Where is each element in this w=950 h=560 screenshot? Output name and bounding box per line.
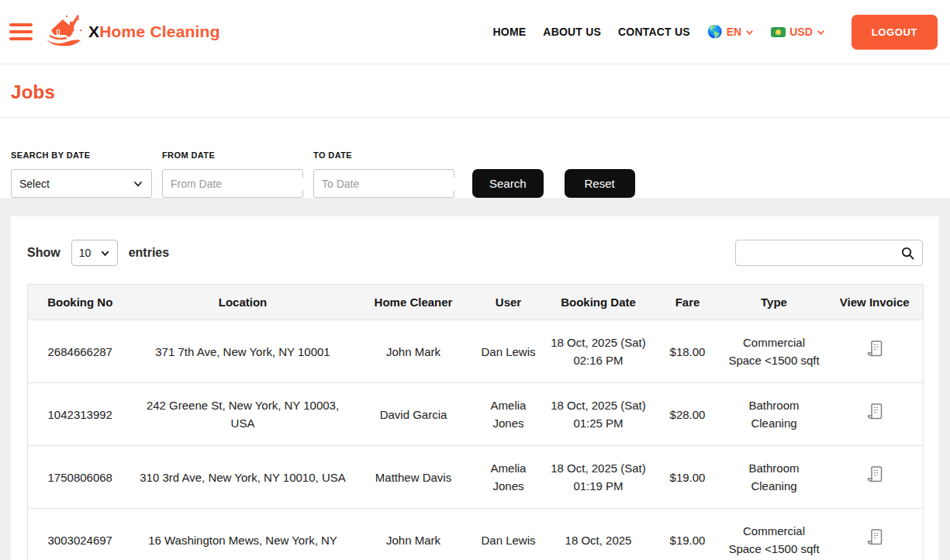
- cell-view-invoice: [827, 383, 924, 446]
- search-by-date-select[interactable]: Select: [11, 169, 152, 198]
- entries-label: entries: [129, 246, 169, 260]
- search-button[interactable]: Search: [472, 169, 544, 198]
- cell-location: 242 Greene St, New York, NY 10003, USA: [133, 383, 354, 446]
- page-size-value: 10: [79, 247, 92, 259]
- cell-home-cleaner: John Mark: [354, 509, 474, 560]
- nav-home[interactable]: HOME: [493, 26, 527, 38]
- cell-booking-no: 2684666287: [28, 320, 133, 383]
- top-header: XHome Cleaning HOME ABOUT US CONTACT US …: [0, 0, 950, 64]
- cell-user: Dan Lewis: [474, 320, 544, 383]
- cell-booking-date: 18 Oct, 2025: [544, 509, 654, 560]
- language-dropdown[interactable]: 🌎 EN: [707, 26, 754, 38]
- chevron-down-icon: [100, 248, 110, 258]
- col-user[interactable]: User: [474, 285, 544, 320]
- filter-to-date: TO DATE: [313, 150, 454, 198]
- cell-type: Bathroom Cleaning: [722, 446, 827, 509]
- cell-booking-date: 18 Oct, 2025 (Sat) 01:19 PM: [544, 446, 654, 509]
- cell-user: Amelia Jones: [474, 383, 544, 446]
- table-row: 1042313992 242 Greene St, New York, NY 1…: [28, 383, 924, 446]
- show-label: Show: [27, 246, 60, 260]
- from-date-field: [162, 169, 303, 198]
- invoice-icon: [865, 527, 884, 548]
- table-row: 1750806068 310 3rd Ave, New York, NY 100…: [28, 446, 924, 509]
- view-invoice-button[interactable]: [865, 339, 884, 361]
- cell-user: Amelia Jones: [474, 446, 544, 509]
- filters-bar: SEARCH BY DATE Select FROM DATE TO DATE: [0, 118, 950, 198]
- cell-booking-date: 18 Oct, 2025 (Sat) 02:16 PM: [544, 320, 654, 383]
- cell-home-cleaner: John Mark: [354, 320, 474, 383]
- menu-hamburger-icon[interactable]: [9, 23, 33, 40]
- cell-view-invoice: [827, 446, 924, 509]
- col-view-invoice[interactable]: View Invoice: [827, 285, 924, 320]
- col-location[interactable]: Location: [133, 285, 354, 320]
- logout-button[interactable]: LOGOUT: [852, 15, 938, 50]
- view-invoice-button[interactable]: [865, 527, 884, 550]
- language-selected: EN: [727, 26, 741, 38]
- cell-location: 16 Washington Mews, New York, NY: [133, 509, 354, 560]
- cell-booking-no: 1042313992: [28, 383, 133, 446]
- cell-booking-no: 3003024697: [28, 509, 133, 560]
- nav-contact-us[interactable]: CONTACT US: [618, 26, 690, 38]
- currency-dropdown[interactable]: USD: [771, 26, 825, 38]
- page-size-select[interactable]: 10: [71, 240, 118, 266]
- table-body: 2684666287 371 7th Ave, New York, NY 100…: [28, 320, 924, 560]
- search-by-date-label: SEARCH BY DATE: [11, 150, 152, 160]
- brand-logo-icon: [43, 12, 84, 52]
- cell-view-invoice: [827, 320, 924, 383]
- invoice-icon: [865, 402, 884, 422]
- jobs-table: Booking No Location Home Cleaner User Bo…: [27, 284, 924, 560]
- cell-fare: $18.00: [654, 320, 722, 383]
- search-by-date-value: Select: [19, 178, 50, 190]
- col-home-cleaner[interactable]: Home Cleaner: [354, 285, 474, 320]
- from-date-input[interactable]: [171, 178, 311, 190]
- invoice-icon: [865, 465, 884, 485]
- cell-location: 371 7th Ave, New York, NY 10001: [133, 320, 354, 383]
- to-date-field: [313, 169, 454, 198]
- cell-booking-date: 18 Oct, 2025 (Sat) 01:25 PM: [544, 383, 654, 446]
- to-date-label: TO DATE: [313, 150, 454, 160]
- table-search-box: [735, 240, 923, 266]
- cell-home-cleaner: Matthew Davis: [354, 446, 474, 509]
- col-booking-date[interactable]: Booking Date: [544, 285, 654, 320]
- cell-type: Commercial Space <1500 sqft: [722, 320, 827, 383]
- brand-logo[interactable]: XHome Cleaning: [43, 12, 220, 52]
- cell-location: 310 3rd Ave, New York, NY 10010, USA: [133, 446, 354, 509]
- col-type[interactable]: Type: [722, 285, 827, 320]
- cell-user: Dan Lewis: [474, 509, 544, 560]
- table-search-input[interactable]: [743, 247, 900, 259]
- filter-search-by-date: SEARCH BY DATE Select: [11, 150, 152, 198]
- view-invoice-button[interactable]: [865, 465, 884, 487]
- cell-fare: $28.00: [654, 383, 722, 446]
- table-row: 3003024697 16 Washington Mews, New York,…: [28, 509, 924, 560]
- col-booking-no[interactable]: Booking No: [28, 285, 133, 320]
- search-icon[interactable]: [900, 246, 915, 261]
- cell-view-invoice: [827, 509, 924, 560]
- cell-booking-no: 1750806068: [28, 446, 133, 509]
- cell-type: Commercial Space <1500 sqft: [722, 509, 827, 560]
- nav-about-us[interactable]: ABOUT US: [543, 26, 601, 38]
- invoice-icon: [865, 339, 884, 359]
- content-area: Show 10 entries Booking No: [0, 198, 950, 560]
- from-date-label: FROM DATE: [162, 150, 303, 160]
- to-date-input[interactable]: [322, 178, 462, 190]
- banknote-icon: [771, 27, 786, 37]
- cell-type: Bathroom Cleaning: [722, 383, 827, 446]
- chevron-down-icon: [817, 28, 825, 36]
- filter-from-date: FROM DATE: [162, 150, 303, 198]
- page-title: Jobs: [11, 81, 939, 103]
- reset-button[interactable]: Reset: [565, 169, 635, 198]
- table-row: 2684666287 371 7th Ave, New York, NY 100…: [28, 320, 924, 383]
- chevron-down-icon: [133, 178, 143, 189]
- title-bar: Jobs: [0, 64, 950, 118]
- currency-selected: USD: [789, 26, 813, 38]
- globe-icon: 🌎: [707, 26, 723, 38]
- view-invoice-button[interactable]: [865, 402, 884, 424]
- cell-home-cleaner: David Garcia: [354, 383, 474, 446]
- col-fare[interactable]: Fare: [654, 285, 722, 320]
- brand-name: XHome Cleaning: [88, 22, 220, 41]
- main-nav: HOME ABOUT US CONTACT US 🌎 EN USD LOGOUT: [493, 15, 938, 50]
- jobs-table-card: Show 10 entries Booking No: [11, 216, 939, 560]
- table-controls: Show 10 entries: [27, 240, 923, 266]
- cell-fare: $19.00: [654, 509, 722, 560]
- table-header-row: Booking No Location Home Cleaner User Bo…: [28, 285, 924, 320]
